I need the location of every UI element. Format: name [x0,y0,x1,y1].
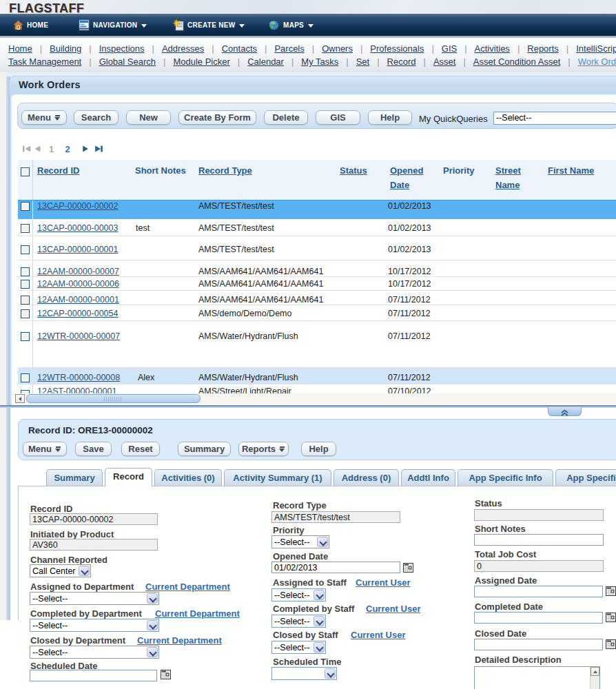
svg-text:1: 1 [49,144,54,154]
svg-text:2: 2 [65,144,70,154]
